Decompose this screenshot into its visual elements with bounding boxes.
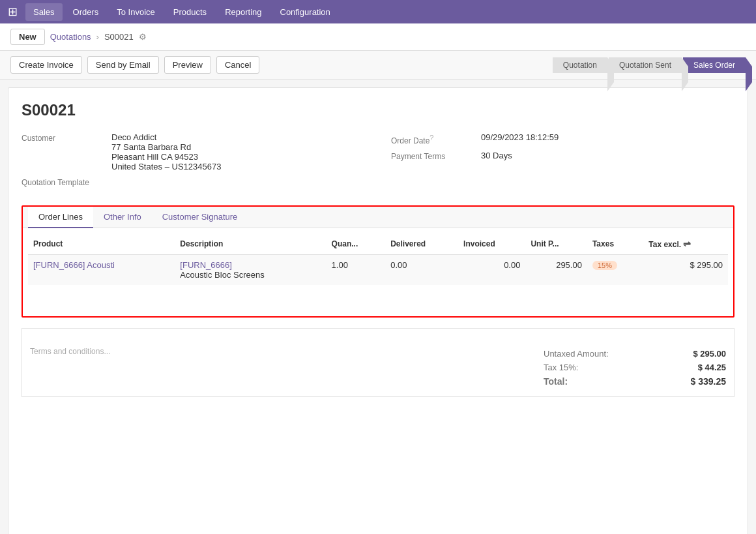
description-line2: Acoustic Bloc Screens [180, 270, 321, 280]
order-date-help-icon[interactable]: ? [429, 134, 433, 141]
settings-gear-icon[interactable]: ⚙ [139, 32, 147, 42]
col-header-quantity: Quan... [327, 233, 386, 255]
terms-field[interactable]: Terms and conditions... [30, 347, 544, 386]
customer-label: Customer [22, 132, 106, 143]
customer-name[interactable]: Deco Addict [111, 132, 221, 142]
col-header-unit-price: Unit P... [525, 233, 587, 255]
payment-terms-row: Payment Terms 30 Days [391, 151, 734, 161]
unit-price-cell[interactable]: 295.00 [525, 255, 587, 286]
send-by-email-button[interactable]: Send by Email [87, 56, 159, 74]
nav-item-to-invoice[interactable]: To Invoice [109, 3, 163, 21]
record-title: S00021 [22, 101, 734, 119]
order-table: Product Description Quan... Delivered In… [28, 233, 728, 311]
nav-item-configuration[interactable]: Configuration [272, 3, 338, 21]
action-bar: Create Invoice Send by Email Preview Can… [0, 51, 756, 80]
quotation-template-row: Quotation Template [22, 177, 365, 187]
status-bar: Quotation Quotation Sent Sales Order [553, 57, 746, 73]
invoiced-cell: 0.00 [458, 255, 525, 286]
customer-address: 77 Santa Barbara Rd Pleasant Hill CA 945… [111, 142, 221, 171]
col-header-product: Product [28, 233, 175, 255]
preview-button[interactable]: Preview [164, 56, 211, 74]
breadcrumb-parent[interactable]: Quotations [50, 32, 91, 42]
breadcrumb-bar: New Quotations › S00021 ⚙ [0, 23, 756, 51]
address-line1: 77 Santa Barbara Rd [111, 142, 221, 152]
col-header-description: Description [175, 233, 326, 255]
table-header-row: Product Description Quan... Delivered In… [28, 233, 728, 255]
nav-item-reporting[interactable]: Reporting [217, 3, 269, 21]
untaxed-amount-row: Untaxed Amount: $ 295.00 [544, 347, 726, 361]
main-content: S00021 Customer Deco Addict 77 Santa Bar… [8, 87, 748, 534]
tab-other-info[interactable]: Other Info [93, 207, 152, 228]
new-button[interactable]: New [10, 29, 45, 45]
form-right: Order Date? 09/29/2023 18:12:59 Payment … [391, 132, 734, 192]
address-line2: Pleasant Hill CA 94523 [111, 152, 221, 162]
breadcrumb-current: S00021 [104, 32, 134, 42]
untaxed-amount-value: $ 295.00 [693, 349, 726, 359]
nav-item-orders[interactable]: Orders [65, 3, 107, 21]
description-cell: [FURN_6666] Acoustic Bloc Screens [175, 255, 326, 286]
empty-row [28, 285, 728, 311]
tab-order-lines[interactable]: Order Lines [28, 207, 93, 228]
nav-item-products[interactable]: Products [166, 3, 214, 21]
breadcrumb-separator: › [96, 32, 99, 42]
nav-item-sales[interactable]: Sales [25, 3, 63, 21]
status-step-quotation[interactable]: Quotation [553, 57, 607, 73]
col-header-invoiced: Invoiced [458, 233, 525, 255]
form-section: Customer Deco Addict 77 Santa Barbara Rd… [22, 132, 734, 192]
nav-items: Sales Orders To Invoice Products Reporti… [25, 3, 338, 21]
totals-table: Untaxed Amount: $ 295.00 Tax 15%: $ 44.2… [544, 347, 726, 389]
quotation-template-label: Quotation Template [22, 177, 106, 187]
apps-icon[interactable]: ⊞ [8, 5, 18, 19]
untaxed-amount-label: Untaxed Amount: [544, 349, 609, 359]
terms-totals-section: Terms and conditions... Untaxed Amount: … [22, 328, 734, 397]
col-header-tax-excl: Tax excl. ⇌ [643, 233, 728, 255]
payment-terms-value: 30 Days [481, 151, 512, 160]
order-date-label: Order Date? [391, 132, 476, 145]
tax-excl-cell: $ 295.00 [643, 255, 728, 286]
tax-badge: 15% [592, 261, 617, 270]
description-line1[interactable]: [FURN_6666] [180, 260, 321, 270]
tax-row: Tax 15%: $ 44.25 [544, 361, 726, 374]
tabs-header: Order Lines Other Info Customer Signatur… [23, 207, 733, 228]
cancel-button[interactable]: Cancel [216, 56, 259, 74]
adjust-columns-icon[interactable]: ⇌ [683, 239, 691, 249]
customer-field-row: Customer Deco Addict 77 Santa Barbara Rd… [22, 132, 365, 171]
create-invoice-button[interactable]: Create Invoice [10, 56, 82, 74]
total-value: $ 339.25 [691, 376, 727, 387]
status-step-sales-order[interactable]: Sales Order [683, 57, 746, 73]
col-header-delivered: Delivered [385, 233, 458, 255]
tax-value: $ 44.25 [698, 363, 726, 372]
table-row: [FURN_6666] Acousti [FURN_6666] Acoustic… [28, 255, 728, 286]
grand-total-row: Total: $ 339.25 [544, 374, 726, 389]
product-cell[interactable]: [FURN_6666] Acousti [28, 255, 175, 286]
total-label: Total: [544, 376, 568, 387]
order-lines-content: Product Description Quan... Delivered In… [23, 228, 733, 316]
tab-customer-signature[interactable]: Customer Signature [152, 207, 248, 228]
top-nav: ⊞ Sales Orders To Invoice Products Repor… [0, 0, 756, 23]
tabs-section: Order Lines Other Info Customer Signatur… [22, 205, 734, 318]
address-line3[interactable]: United States – US12345673 [111, 162, 221, 171]
quantity-cell[interactable]: 1.00 [327, 255, 386, 286]
form-left: Customer Deco Addict 77 Santa Barbara Rd… [22, 132, 365, 192]
bottom-row: Terms and conditions... Untaxed Amount: … [30, 347, 726, 389]
col-header-taxes: Taxes [587, 233, 643, 255]
tax-label: Tax 15%: [544, 363, 578, 372]
order-date-row: Order Date? 09/29/2023 18:12:59 [391, 132, 734, 145]
order-date-value: 09/29/2023 18:12:59 [481, 132, 559, 142]
status-step-quotation-sent[interactable]: Quotation Sent [609, 57, 682, 73]
taxes-cell: 15% [587, 255, 643, 286]
delivered-cell: 0.00 [385, 255, 458, 286]
customer-value: Deco Addict 77 Santa Barbara Rd Pleasant… [111, 132, 221, 171]
payment-terms-label: Payment Terms [391, 151, 476, 161]
